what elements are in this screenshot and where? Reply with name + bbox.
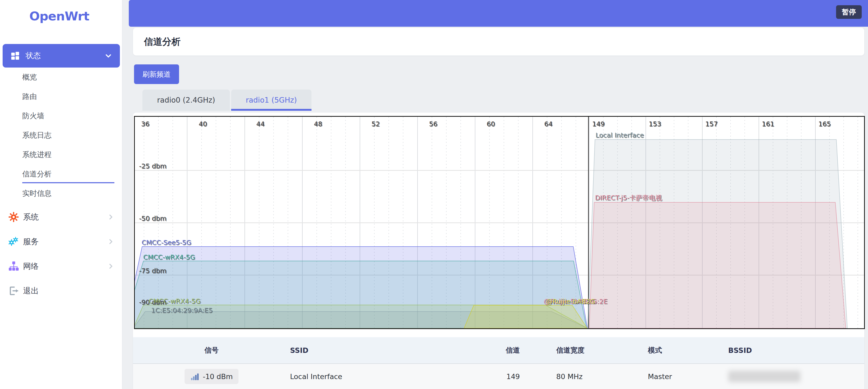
col-header-4: 模式: [615, 346, 701, 355]
dashboard-grid-icon: [10, 51, 20, 60]
x-axis-channel-64: 64: [544, 120, 553, 128]
sidebar-section-1[interactable]: 服务: [0, 229, 123, 254]
x-axis-channel-40: 40: [199, 120, 207, 128]
sidebar-subitem-label: 系统日志: [22, 130, 52, 140]
channel-analysis-card: 3636404044444848525256566060646414914915…: [133, 113, 864, 389]
network-label-2: CMCC-wRX4-5G: [149, 297, 200, 305]
sidebar-subitem-1[interactable]: 路由: [0, 87, 123, 106]
table-header-row: 信号SSID信道信道宽度模式BSSID: [133, 337, 864, 364]
channel-spectrum-chart: 3636404044444848525256566060646414914915…: [134, 116, 865, 329]
x-axis-channel-48: 48: [314, 120, 322, 128]
table-row: -10 dBmLocal Interface14980 MHzMaster: [133, 364, 864, 389]
network-area-7: [589, 202, 846, 328]
sidebar-subitem-label: 系统进程: [22, 150, 52, 160]
sidebar-section-2[interactable]: 网络: [0, 254, 123, 278]
sidebar-subitem-3[interactable]: 系统日志: [0, 126, 123, 145]
signal-bars-icon: [190, 372, 199, 381]
x-axis-channel-165: 165: [818, 120, 831, 128]
x-axis-channel-149: 149: [592, 120, 604, 128]
y-axis--50: -50 dbm: [139, 215, 166, 222]
sidebar-subitem-0[interactable]: 概览: [0, 67, 123, 87]
signal-value: -10 dBm: [203, 372, 233, 381]
col-header-5: BSSID: [701, 346, 864, 354]
networks-table: 信号SSID信道信道宽度模式BSSID -10 dBmLocal Interfa…: [133, 337, 864, 389]
sidebar: OpenWrt 状态 概览路由防火墙系统日志系统进程信道分析实时信息 系统 服务: [0, 0, 123, 389]
topbar: 暂停: [129, 0, 868, 27]
col-header-1: SSID: [290, 346, 494, 354]
sidebar-subitem-label: 路由: [22, 92, 37, 101]
refresh-channels-button[interactable]: 刷新频道: [134, 64, 179, 84]
sidebar-subitem-5[interactable]: 信道分析: [0, 164, 123, 184]
chevron-right-icon: [107, 263, 114, 270]
y-axis--25: -25 dbm: [139, 162, 166, 170]
sidebar-item-label: 状态: [26, 51, 41, 61]
sidebar-item-status[interactable]: 状态: [3, 44, 120, 67]
openwrt-logo: OpenWrt: [29, 9, 89, 23]
x-axis-channel-52: 52: [371, 120, 380, 128]
chevron-right-icon: [107, 238, 114, 245]
x-axis-channel-153: 153: [649, 120, 661, 128]
chevron-down-icon: [105, 52, 112, 59]
col-header-2: 信道: [506, 346, 526, 355]
title-card: 信道分析: [133, 28, 864, 56]
network-label-1: CMCC-wRX4-5G: [143, 253, 195, 261]
cell-channel-width: 80 MHz: [526, 372, 615, 381]
radio-tabs: radio0 (2.4GHz)radio1 (5GHz): [143, 90, 311, 111]
x-axis-channel-157: 157: [705, 120, 718, 128]
sidebar-section-label: 网络: [23, 261, 39, 272]
spectrum-svg: 3636404044444848525256566060646414914915…: [135, 117, 864, 328]
cell-bssid: [701, 371, 864, 382]
cell-mode: Master: [615, 372, 701, 381]
sidebar-section-label: 服务: [23, 236, 39, 247]
network-label-7: DIRECT-j5-卡萨帝电视: [595, 194, 662, 202]
active-subitem-underline: [22, 182, 114, 183]
sitemap-icon: [8, 261, 19, 271]
sidebar-subitem-label: 防火墙: [22, 111, 44, 121]
network-label-0: CMCC-See5-5G: [142, 239, 191, 246]
pause-button[interactable]: 暂停: [836, 5, 862, 19]
col-header-3: 信道宽度: [526, 346, 615, 355]
sidebar-subitem-4[interactable]: 系统进程: [0, 145, 123, 164]
network-area-5: [464, 305, 587, 328]
chevron-right-icon: [107, 214, 114, 220]
logout-icon: [8, 286, 19, 296]
x-axis-channel-161: 161: [762, 120, 774, 128]
network-label-5: @Ruijie-bAB2G: [546, 298, 595, 305]
sidebar-sections: 系统 服务 网络 退出: [0, 205, 123, 303]
x-axis-channel-36: 36: [141, 120, 150, 128]
sidebar-section-3[interactable]: 退出: [0, 278, 123, 303]
tab-radio1[interactable]: radio1 (5GHz): [231, 90, 311, 111]
y-axis--75: -75 dbm: [139, 267, 166, 275]
col-header-0: 信号: [205, 346, 219, 355]
sidebar-subitem-label: 概览: [22, 72, 37, 82]
sidebar-subitem-2[interactable]: 防火墙: [0, 106, 123, 126]
network-label-6: Local Interface: [595, 131, 644, 139]
x-axis-channel-56: 56: [429, 120, 437, 128]
sidebar-section-label: 退出: [23, 286, 39, 296]
bssid-redacted: [728, 371, 801, 382]
gears-icon: [8, 236, 19, 247]
signal-badge: -10 dBm: [185, 369, 239, 384]
gear-icon: [8, 212, 19, 222]
table-body: -10 dBmLocal Interface14980 MHzMaster: [133, 364, 864, 389]
sidebar-subitem-label: 实时信息: [22, 188, 52, 199]
network-label-3: 1C:E5:04:29:9A:E5: [151, 306, 213, 314]
x-axis-channel-60: 60: [487, 120, 495, 128]
cell-ssid: Local Interface: [290, 372, 494, 381]
cell-channel: 149: [506, 372, 526, 381]
x-axis-channel-44: 44: [256, 120, 265, 128]
status-submenu: 概览路由防火墙系统日志系统进程信道分析实时信息: [0, 67, 123, 203]
sidebar-subitem-6[interactable]: 实时信息: [0, 184, 123, 203]
tab-radio0[interactable]: radio0 (2.4GHz): [143, 90, 230, 111]
sidebar-subitem-label: 信道分析: [22, 169, 52, 179]
sidebar-section-0[interactable]: 系统: [0, 205, 123, 229]
page-title: 信道分析: [144, 36, 181, 48]
sidebar-section-label: 系统: [23, 212, 39, 222]
